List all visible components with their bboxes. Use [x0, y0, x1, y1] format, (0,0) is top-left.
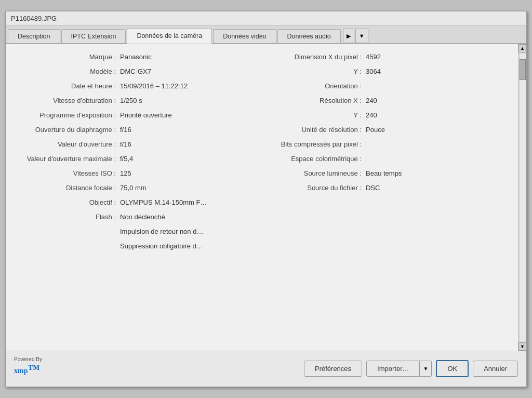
tab-audio-data[interactable]: Données audio — [277, 29, 341, 43]
value-valeur-ouverture: f/16 — [120, 140, 131, 148]
value-res-x: 240 — [366, 97, 377, 104]
footer-buttons: Préférences Importer… ▼ OK Annuler — [304, 360, 518, 377]
scroll-down-button[interactable]: ▼ — [518, 342, 527, 351]
field-modele: Modèle : DMC-GX7 — [16, 64, 262, 78]
ok-button[interactable]: OK — [436, 360, 469, 377]
tab-next-button[interactable]: ▶ — [343, 29, 354, 43]
field-vitesse: Vitesse d'obturation : 1/250 s — [16, 93, 262, 108]
label-espace: Espace colorimétrique : — [262, 155, 366, 163]
field-bits: Bits compressés par pixel : — [262, 137, 508, 151]
field-source-fichier: Source du fichier : DSC — [262, 180, 508, 195]
value-date: 15/09/2016 – 11:22:12 — [120, 82, 188, 90]
field-marque: Marque : Panasonic — [16, 49, 262, 64]
field-dim-y: Y : 3064 — [262, 64, 508, 78]
scroll-thumb[interactable] — [520, 59, 526, 80]
powered-by-label: Powered By — [14, 356, 42, 362]
field-orientation: Orientation : — [262, 78, 508, 93]
value-ouverture-diaphragme: f/16 — [120, 126, 131, 134]
value-dim-y: 3064 — [366, 68, 381, 75]
label-date: Date et heure : — [16, 82, 120, 90]
field-res-x: Résolution X : 240 — [262, 93, 508, 108]
label-marque: Marque : — [16, 53, 120, 61]
tab-dropdown-button[interactable]: ▼ — [355, 29, 368, 43]
value-flash-detail2: Suppression obligatoire d… — [120, 242, 203, 250]
label-dim-x: Dimension X du pixel : — [262, 53, 366, 61]
value-flash: Non déclenché — [120, 213, 165, 221]
field-unite: Unité de résolution : Pouce — [262, 122, 508, 137]
tab-video-data[interactable]: Données vidéo — [213, 29, 276, 43]
right-column: Dimension X du pixel : 4592 Y : 3064 Ori… — [262, 49, 508, 253]
tabs-bar: Description IPTC Extension Données de la… — [6, 26, 526, 44]
value-objectif: OLYMPUS M.14-150mm F… — [120, 198, 207, 206]
label-programme: Programme d'exposition : — [16, 111, 120, 119]
preferences-button[interactable]: Préférences — [304, 361, 362, 377]
field-flash: Flash : Non déclenché — [16, 209, 262, 224]
label-source-lumineuse: Source lumineuse : — [262, 169, 366, 177]
field-flash-detail1: Impulsion de retour non d… — [16, 224, 262, 238]
value-source-fichier: DSC — [366, 184, 380, 192]
scrollbar[interactable]: ▲ ▼ — [518, 44, 526, 351]
value-res-y: 240 — [366, 111, 377, 119]
main-window: P1160489.JPG Description IPTC Extension … — [5, 11, 527, 387]
value-vitesse: 1/250 s — [120, 97, 142, 104]
field-valeur-ouverture-max: Valeur d'ouverture maximale : f/5,4 — [16, 151, 262, 166]
field-source-lumineuse: Source lumineuse : Beau temps — [262, 166, 508, 180]
cancel-button[interactable]: Annuler — [473, 361, 518, 377]
title-bar: P1160489.JPG — [6, 11, 526, 26]
import-button-group: Importer… ▼ — [366, 361, 432, 377]
field-dim-x: Dimension X du pixel : 4592 — [262, 49, 508, 64]
label-dim-y: Y : — [262, 68, 366, 75]
field-ouverture-diaphragme: Ouverture du diaphragme : f/16 — [16, 122, 262, 137]
label-modele: Modèle : — [16, 68, 120, 75]
import-dropdown-button[interactable]: ▼ — [420, 361, 432, 377]
value-modele: DMC-GX7 — [120, 68, 151, 75]
tab-description[interactable]: Description — [8, 29, 60, 43]
import-button[interactable]: Importer… — [366, 361, 420, 377]
label-source-fichier: Source du fichier : — [262, 184, 366, 192]
label-res-x: Résolution X : — [262, 97, 366, 104]
window-title: P1160489.JPG — [11, 15, 57, 22]
label-iso: Vitesses ISO : — [16, 169, 120, 177]
value-marque: Panasonic — [120, 53, 152, 61]
label-flash: Flash : — [16, 213, 120, 221]
label-bits: Bits compressés par pixel : — [262, 140, 366, 148]
field-valeur-ouverture: Valeur d'ouverture : f/16 — [16, 137, 262, 151]
label-unite: Unité de résolution : — [262, 126, 366, 134]
main-content: Marque : Panasonic Modèle : DMC-GX7 Date… — [6, 44, 518, 351]
value-programme: Priorité ouverture — [120, 111, 172, 119]
scroll-track[interactable] — [519, 54, 526, 341]
field-date: Date et heure : 15/09/2016 – 11:22:12 — [16, 78, 262, 93]
scroll-up-button[interactable]: ▲ — [518, 44, 527, 52]
field-objectif: Objectif : OLYMPUS M.14-150mm F… — [16, 195, 262, 209]
field-programme: Programme d'exposition : Priorité ouvert… — [16, 108, 262, 122]
field-res-y: Y : 240 — [262, 108, 508, 122]
field-distance: Distance focale : 75,0 mm — [16, 180, 262, 195]
tab-iptc-extension[interactable]: IPTC Extension — [61, 29, 126, 43]
tab-camera-data[interactable]: Données de la caméra — [127, 29, 212, 44]
label-objectif: Objectif : — [16, 198, 120, 206]
label-vitesse: Vitesse d'obturation : — [16, 97, 120, 104]
field-flash-detail2: Suppression obligatoire d… — [16, 238, 262, 253]
left-column: Marque : Panasonic Modèle : DMC-GX7 Date… — [16, 49, 262, 253]
footer-brand: Powered By xmp™ — [14, 356, 300, 381]
label-orientation: Orientation : — [262, 82, 366, 90]
field-espace: Espace colorimétrique : — [262, 151, 508, 166]
value-unite: Pouce — [366, 126, 385, 134]
content-area: Marque : Panasonic Modèle : DMC-GX7 Date… — [6, 44, 526, 351]
value-valeur-ouverture-max: f/5,4 — [120, 155, 133, 163]
value-dim-x: 4592 — [366, 53, 381, 61]
xmp-logo: xmp™ — [14, 363, 40, 381]
label-distance: Distance focale : — [16, 184, 120, 192]
value-iso: 125 — [120, 169, 131, 177]
data-grid: Marque : Panasonic Modèle : DMC-GX7 Date… — [16, 49, 508, 253]
label-valeur-ouverture: Valeur d'ouverture : — [16, 140, 120, 148]
value-distance: 75,0 mm — [120, 184, 147, 192]
footer: Powered By xmp™ Préférences Importer… ▼ … — [6, 351, 526, 386]
value-flash-detail1: Impulsion de retour non d… — [120, 228, 203, 235]
label-res-y: Y : — [262, 111, 366, 119]
label-valeur-ouverture-max: Valeur d'ouverture maximale : — [16, 155, 120, 163]
label-ouverture-diaphragme: Ouverture du diaphragme : — [16, 126, 120, 134]
value-source-lumineuse: Beau temps — [366, 169, 402, 177]
field-iso: Vitesses ISO : 125 — [16, 166, 262, 180]
